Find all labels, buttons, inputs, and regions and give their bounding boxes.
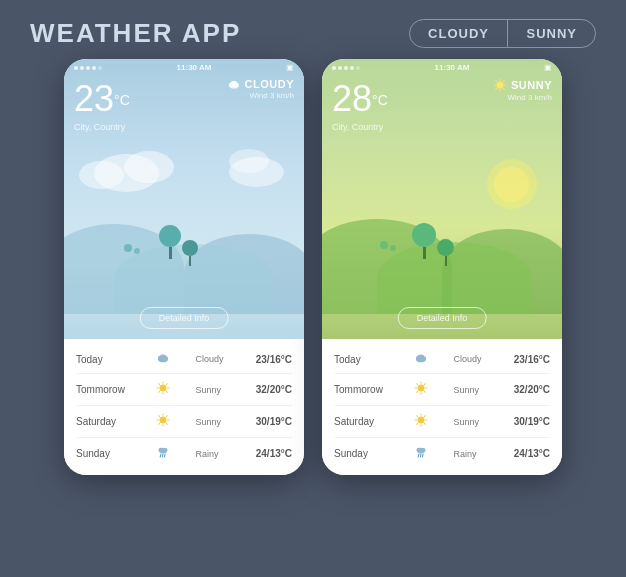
svg-line-40 (495, 88, 496, 89)
svg-point-65 (421, 448, 426, 452)
svg-line-25 (159, 423, 160, 424)
condition-name-sunny: SUNNY (511, 79, 552, 91)
forecast-condition: Rainy (454, 449, 492, 459)
svg-line-13 (159, 383, 160, 384)
detail-btn-sunny[interactable]: Detailed Info (398, 307, 487, 329)
phone-screen-sunny: 11:30 AM ▣ 28°C City, Country SUNNY Wind… (322, 59, 562, 339)
status-bar-sunny: 11:30 AM ▣ (322, 59, 562, 74)
detail-btn-cloudy[interactable]: Detailed Info (140, 307, 229, 329)
svg-line-37 (495, 80, 496, 81)
forecast-row-2-sunny: Saturday Sunny 30/19°C (334, 406, 550, 438)
condition-section-sunny: SUNNY Wind 3 km/h (493, 78, 552, 102)
forecast-temp: 23/16°C (514, 354, 550, 365)
forecast-condition: Cloudy (454, 354, 492, 364)
forecast-icon-sun (411, 381, 431, 398)
app-title: WEATHER APP (30, 18, 241, 49)
forecast-condition: Sunny (454, 417, 492, 427)
forecast-row-2-cloudy: Saturday Sunny 30/19°C (76, 406, 292, 438)
tab-sunny[interactable]: SUNNY (508, 20, 595, 47)
temperature-sunny: 28°C (332, 78, 388, 120)
forecast-icon-cloud (153, 352, 173, 366)
sun-icon (493, 78, 507, 92)
temperature-cloudy: 23°C (74, 78, 130, 120)
svg-line-15 (166, 383, 167, 384)
svg-line-66 (418, 454, 419, 457)
forecast-temp: 24/13°C (514, 448, 550, 459)
battery-icon-sunny: ▣ (544, 63, 552, 72)
condition-icon-area-cloudy: CLOUDY (227, 78, 294, 90)
forecast-row-0-sunny: Today Cloudy 23/16°C (334, 345, 550, 374)
svg-line-29 (160, 454, 161, 457)
forecast-day: Sunday (334, 448, 389, 459)
cloud-icon (227, 79, 241, 89)
forecast-icon-sun (153, 381, 173, 398)
condition-section-cloudy: CLOUDY Wind 3 km/h (227, 78, 294, 100)
forecast-temp: 30/19°C (514, 416, 550, 427)
svg-point-45 (418, 385, 425, 392)
forecast-temp: 32/20°C (514, 384, 550, 395)
forecast-condition: Rainy (196, 449, 234, 459)
forecast-icon-sun (411, 413, 431, 430)
svg-line-68 (423, 454, 424, 457)
svg-line-60 (424, 423, 425, 424)
tab-group[interactable]: CLOUDY SUNNY (409, 19, 596, 48)
svg-line-23 (166, 423, 167, 424)
svg-line-51 (424, 391, 425, 392)
svg-line-67 (421, 454, 422, 457)
status-bar-cloudy: 11:30 AM ▣ (64, 59, 304, 74)
forecast-day: Tommorow (334, 384, 389, 395)
svg-point-3 (230, 81, 236, 86)
phone-cloudy: 11:30 AM ▣ 23°C City, Country (64, 59, 304, 475)
forecast-icon-rain (411, 445, 431, 462)
landscape-sunny (322, 149, 562, 314)
forecast-row-1-cloudy: Tommorow Sunny 32/20°C (76, 374, 292, 406)
svg-point-17 (160, 417, 167, 424)
temp-section-sunny: 28°C City, Country (332, 78, 388, 132)
forecast-row-3-sunny: Sunday Rainy 24/13°C (334, 438, 550, 469)
forecast-row-1-sunny: Tommorow Sunny 32/20°C (334, 374, 550, 406)
forecast-condition: Sunny (196, 385, 234, 395)
forecast-condition: Sunny (196, 417, 234, 427)
svg-line-61 (424, 415, 425, 416)
forecast-day: Sunday (76, 448, 131, 459)
forecast-condition: Cloudy (196, 354, 234, 364)
forecast-day: Saturday (76, 416, 131, 427)
weather-info-cloudy: 23°C City, Country CLOUDY Wind (64, 74, 304, 136)
svg-point-54 (418, 417, 425, 424)
svg-point-44 (418, 355, 424, 360)
condition-name-cloudy: CLOUDY (245, 78, 294, 90)
svg-point-28 (163, 448, 168, 452)
signal-dots (74, 63, 102, 72)
phones-container: 11:30 AM ▣ 23°C City, Country (0, 59, 626, 475)
svg-line-53 (417, 391, 418, 392)
forecast-day: Today (76, 354, 131, 365)
svg-line-52 (424, 383, 425, 384)
forecast-icon-rain (153, 445, 173, 462)
forecast-temp: 23/16°C (256, 354, 292, 365)
forecast-day: Saturday (334, 416, 389, 427)
status-time-sunny: 11:30 AM (435, 63, 470, 72)
svg-line-16 (159, 391, 160, 392)
landscape-cloudy (64, 149, 304, 314)
svg-line-39 (503, 80, 504, 81)
city-sunny: City, Country (332, 122, 388, 132)
svg-point-64 (417, 448, 422, 452)
svg-line-38 (503, 88, 504, 89)
forecast-day: Today (334, 354, 389, 365)
status-time-cloudy: 11:30 AM (177, 63, 212, 72)
forecast-temp: 24/13°C (256, 448, 292, 459)
wind-sunny: Wind 3 km/h (493, 93, 552, 102)
svg-line-24 (166, 415, 167, 416)
forecast-icon-cloud (411, 352, 431, 366)
svg-line-30 (163, 454, 164, 457)
forecast-sunny: Today Cloudy 23/16°C Tommorow Sunny 32/2… (322, 339, 562, 475)
svg-line-50 (417, 383, 418, 384)
forecast-cloudy: Today Cloudy 23/16°C Tommorow Sunny 32/2… (64, 339, 304, 475)
forecast-temp: 32/20°C (256, 384, 292, 395)
svg-line-59 (417, 415, 418, 416)
wind-cloudy: Wind 3 km/h (227, 91, 294, 100)
tab-cloudy[interactable]: CLOUDY (410, 20, 507, 47)
svg-line-62 (417, 423, 418, 424)
svg-point-32 (496, 82, 503, 89)
svg-point-8 (160, 385, 167, 392)
